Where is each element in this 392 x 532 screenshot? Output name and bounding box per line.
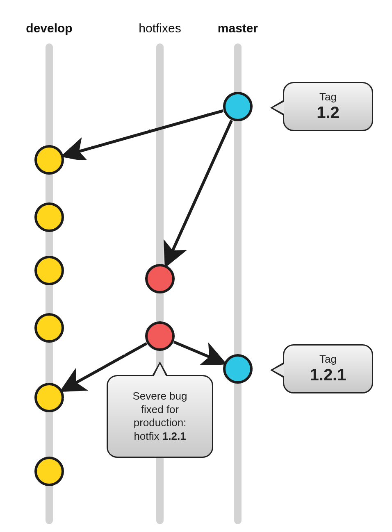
- lane-label-hotfixes: hotfixes: [139, 21, 181, 35]
- callout-pointer-icon: [270, 362, 284, 378]
- commit-node: [36, 257, 63, 284]
- note-line: production:: [116, 416, 204, 430]
- tag-label: Tag: [284, 91, 372, 103]
- tag-version: 1.2: [284, 104, 372, 120]
- tag-label: Tag: [284, 353, 372, 366]
- commit-node: [36, 204, 63, 231]
- commit-node: [36, 314, 63, 341]
- note-line: fixed for: [116, 403, 204, 416]
- commit-edge: [166, 120, 232, 264]
- lane-label-develop: develop: [26, 21, 72, 35]
- hotfix-note-callout: Severe bug fixed for production: hotfix …: [107, 375, 213, 458]
- commit-edge: [174, 342, 223, 363]
- callout-pointer-icon: [152, 361, 168, 376]
- tag-callout-1: Tag 1.2: [283, 82, 373, 131]
- note-line: Severe bug: [116, 389, 204, 403]
- commit-node: [224, 93, 251, 120]
- commit-node: [146, 265, 173, 292]
- note-line: hotfix 1.2.1: [116, 430, 204, 443]
- tag-callout-2: Tag 1.2.1: [283, 344, 373, 393]
- commit-node: [36, 384, 63, 411]
- commit-node: [36, 146, 63, 173]
- callout-pointer-icon: [270, 100, 284, 116]
- commit-node: [224, 355, 251, 382]
- commit-node: [36, 458, 63, 485]
- tag-version: 1.2.1: [284, 366, 372, 383]
- git-flow-diagram: develop hotfixes master Tag 1.2 Tag 1.2.…: [0, 0, 392, 532]
- commit-node: [146, 323, 173, 350]
- commit-edge: [65, 111, 223, 155]
- lane-label-master: master: [218, 21, 258, 35]
